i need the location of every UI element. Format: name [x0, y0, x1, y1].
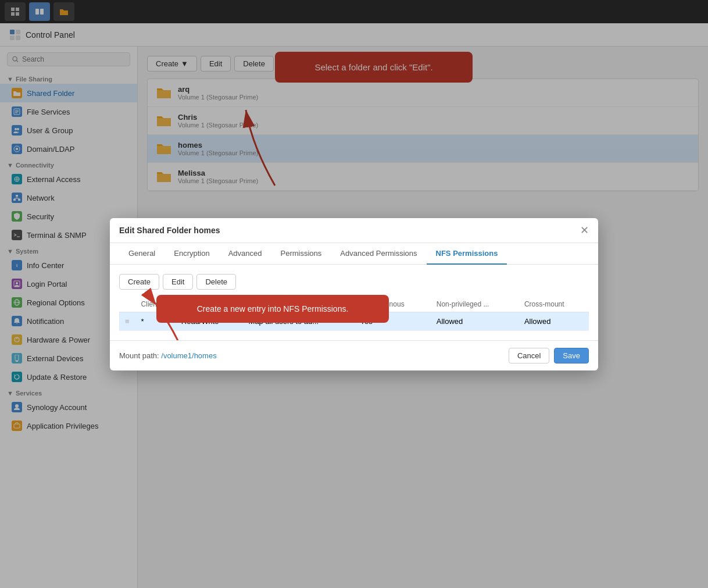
modal-overlay: Edit Shared Folder homes ✕ General Encry…	[0, 0, 708, 23]
